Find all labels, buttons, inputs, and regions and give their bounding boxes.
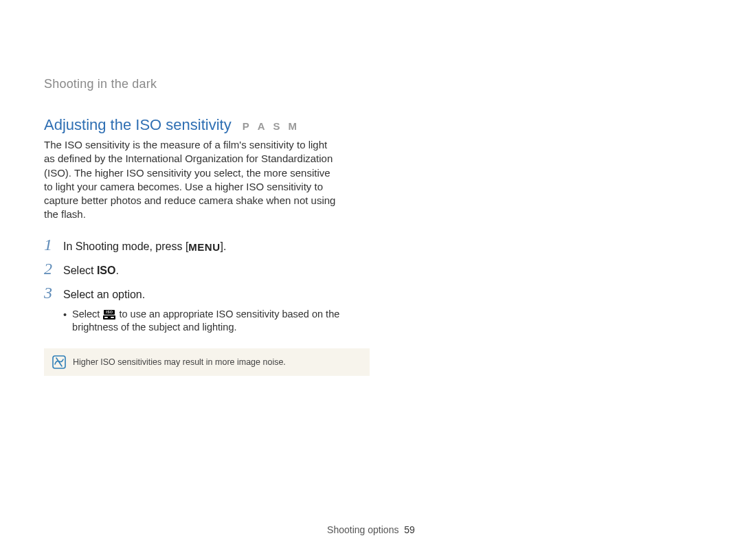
step-1: 1 In Shooting mode, press [MENU]. <box>44 236 341 254</box>
step-number: 2 <box>44 260 56 278</box>
step-2-after: . <box>115 265 118 276</box>
note-text: Higher ISO sensitivities may result in m… <box>73 357 286 367</box>
step-text: In Shooting mode, press [MENU]. <box>63 240 226 253</box>
sub-bullet: • Select ISO to use an appropriate ISO s… <box>63 308 341 335</box>
step-1-after: ]. <box>221 240 227 252</box>
footer-page-number: 59 <box>404 524 415 535</box>
mode-m: M <box>289 120 299 132</box>
footer-section: Shooting options <box>327 524 398 535</box>
steps-list: 1 In Shooting mode, press [MENU]. 2 Sele… <box>44 236 341 335</box>
step-2: 2 Select ISO. <box>44 260 341 278</box>
mode-badges: P A S M <box>243 120 298 132</box>
page-footer: Shooting options 59 <box>0 524 742 535</box>
intro-paragraph: The ISO sensitivity is the measure of a … <box>44 138 341 222</box>
step-text: Select an option. <box>63 289 145 301</box>
bullet-icon: • <box>63 308 67 335</box>
mode-a: A <box>258 120 267 132</box>
menu-button-label: MENU <box>188 241 220 253</box>
mode-s: S <box>273 120 282 132</box>
step-2-bold: ISO <box>97 265 116 276</box>
iso-auto-icon: ISO <box>102 310 116 320</box>
step-2-before: Select <box>63 265 97 276</box>
sub-bullet-text: Select ISO to use an appropriate ISO sen… <box>72 308 341 335</box>
note-icon <box>52 355 66 369</box>
sub-bullet-before: Select <box>72 309 102 320</box>
step-number: 1 <box>44 236 56 254</box>
step-number: 3 <box>44 284 56 302</box>
breadcrumb: Shooting in the dark <box>44 77 341 91</box>
mode-p: P <box>243 120 251 132</box>
step-text: Select ISO. <box>63 265 119 277</box>
page-title: Adjusting the ISO sensitivity <box>44 116 232 134</box>
step-1-before: In Shooting mode, press [ <box>63 240 188 252</box>
step-3: 3 Select an option. <box>44 284 341 302</box>
note-box: Higher ISO sensitivities may result in m… <box>44 348 370 376</box>
